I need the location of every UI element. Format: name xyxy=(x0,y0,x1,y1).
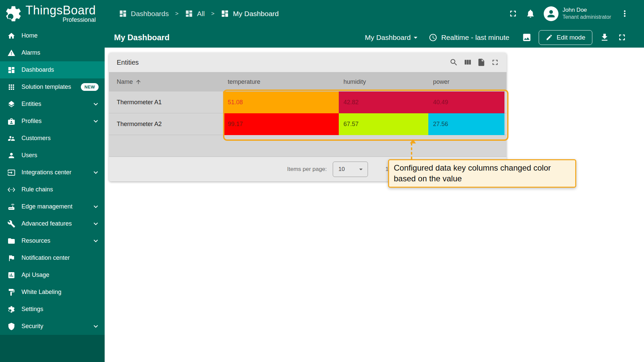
dashboard-icon xyxy=(185,9,193,18)
toolbar-fullscreen-button[interactable] xyxy=(613,29,631,46)
column-label: humidity xyxy=(343,78,366,85)
people-icon xyxy=(7,134,15,142)
badge-icon xyxy=(7,117,15,125)
user-name: John Doe xyxy=(562,6,611,14)
breadcrumb-item-my-dashboard[interactable]: My Dashboard xyxy=(221,9,279,18)
sidebar-item-label: Api Usage xyxy=(21,272,100,279)
sidebar-item-users[interactable]: Users xyxy=(0,147,105,164)
columns-icon xyxy=(463,58,472,67)
column-label: Name xyxy=(117,78,133,85)
column-label: power xyxy=(433,78,449,85)
sidebar-item-profiles[interactable]: Profiles xyxy=(0,113,105,130)
sidebar-item-edge-management[interactable]: Edge management xyxy=(0,198,105,215)
export-dashboard-button[interactable] xyxy=(596,29,613,46)
chevron-down-icon xyxy=(92,117,100,125)
dashboard-select[interactable]: My Dashboard xyxy=(365,33,420,42)
sidebar-item-white-labeling[interactable]: White Labeling xyxy=(0,284,105,301)
person-icon xyxy=(7,152,15,160)
row-filler xyxy=(504,92,506,113)
widget-title: Entities xyxy=(117,59,139,66)
column-header-temperature[interactable]: temperature xyxy=(223,72,339,92)
sidebar-item-security[interactable]: Security xyxy=(0,318,105,335)
thingsboard-logo[interactable]: ThingsBoard Professional xyxy=(0,4,105,23)
breadcrumb-label: Dashboards xyxy=(131,10,169,18)
home-icon xyxy=(7,32,15,40)
table-row[interactable]: Thermometer A299.1767.5727.56 xyxy=(109,113,506,135)
topbar-actions: John Doe Tenant administrator xyxy=(504,5,644,22)
columns-button[interactable] xyxy=(462,57,473,68)
warning-icon xyxy=(7,49,15,57)
notifications-button[interactable] xyxy=(522,5,539,22)
fullscreen-icon xyxy=(491,58,499,67)
logo-title: ThingsBoard xyxy=(25,4,96,17)
chevron-down-icon xyxy=(92,202,100,211)
search-button[interactable] xyxy=(448,57,459,68)
table-cell[interactable]: 42.82 xyxy=(339,92,428,113)
sidebar-item-advanced-features[interactable]: Advanced features xyxy=(0,215,105,232)
sidebar-item-label: Resources xyxy=(21,237,86,244)
clock-icon xyxy=(429,33,437,42)
sidebar-item-solution-templates[interactable]: Solution templatesNEW xyxy=(0,78,105,96)
sidebar-item-label: Edge management xyxy=(21,203,86,210)
table-cell[interactable]: 40.49 xyxy=(428,92,504,113)
sidebar-item-label: Settings xyxy=(21,306,100,313)
breadcrumb: Dashboards>All>My Dashboard xyxy=(119,9,279,18)
sidebar-item-label: Security xyxy=(21,323,86,330)
download-icon xyxy=(600,33,609,42)
widget-fullscreen-button[interactable] xyxy=(490,57,500,68)
sidebar-item-alarms[interactable]: Alarms xyxy=(0,44,105,61)
page-size-value: 10 xyxy=(338,166,345,173)
dashboard-toolbar: My Dashboard My Dashboard Realtime - las… xyxy=(105,27,644,48)
fullscreen-button[interactable] xyxy=(504,5,522,22)
sidebar-item-integrations-center[interactable]: Integrations center xyxy=(0,164,105,181)
column-header-humidity[interactable]: humidity xyxy=(339,72,428,92)
sidebar: HomeAlarmsDashboardsSolution templatesNE… xyxy=(0,27,105,362)
breadcrumb-item-all[interactable]: All xyxy=(185,9,205,18)
build-icon xyxy=(7,220,15,228)
sidebar-item-notification-center[interactable]: Notification center xyxy=(0,249,105,266)
edit-mode-button[interactable]: Edit mode xyxy=(539,30,592,45)
shield-icon xyxy=(7,322,15,330)
table-cell[interactable]: 27.56 xyxy=(428,113,504,135)
flag-icon xyxy=(7,254,15,262)
more-menu-button[interactable] xyxy=(616,5,633,22)
sidebar-item-label: Users xyxy=(21,152,100,159)
avatar[interactable] xyxy=(544,6,558,21)
table-cell[interactable]: 67.57 xyxy=(339,113,428,135)
more-vert-icon xyxy=(620,9,630,18)
sidebar-item-resources[interactable]: Resources xyxy=(0,232,105,249)
table-cell[interactable]: 99.17 xyxy=(223,113,339,135)
page-size-select[interactable]: 10 xyxy=(333,162,368,177)
user-info[interactable]: John Doe Tenant administrator xyxy=(562,6,611,21)
table-row[interactable]: Thermometer A151.0842.8240.49 xyxy=(109,92,506,113)
sidebar-item-label: Alarms xyxy=(21,49,100,56)
sidebar-item-rule-chains[interactable]: Rule chains xyxy=(0,181,105,198)
breadcrumb-item-dashboards[interactable]: Dashboards xyxy=(119,9,169,18)
file-export-icon xyxy=(477,58,486,67)
row-filler xyxy=(504,113,506,135)
breadcrumb-label: My Dashboard xyxy=(233,10,279,18)
new-badge: NEW xyxy=(81,83,99,91)
column-header-name[interactable]: Name xyxy=(109,72,223,92)
sidebar-item-api-usage[interactable]: Api Usage xyxy=(0,266,105,284)
logo-gear-icon xyxy=(4,4,23,23)
table-cell[interactable]: 51.08 xyxy=(223,92,339,113)
chevron-down-icon xyxy=(92,100,100,108)
sidebar-item-customers[interactable]: Customers xyxy=(0,130,105,147)
sidebar-item-settings[interactable]: Settings xyxy=(0,301,105,318)
timewindow-button[interactable]: Realtime - last minute xyxy=(429,33,509,42)
empty-row xyxy=(109,135,506,157)
sidebar-item-entities[interactable]: Entities xyxy=(0,96,105,113)
logo-text: ThingsBoard Professional xyxy=(25,4,96,23)
topbar: ThingsBoard Professional Dashboards>All>… xyxy=(0,0,644,27)
column-header-power[interactable]: power xyxy=(428,72,504,92)
sidebar-item-home[interactable]: Home xyxy=(0,27,105,44)
sidebar-menu: HomeAlarmsDashboardsSolution templatesNE… xyxy=(0,27,105,335)
person-icon xyxy=(546,8,556,19)
sidebar-item-dashboards[interactable]: Dashboards xyxy=(0,61,105,78)
caret-down-icon xyxy=(411,33,420,42)
export-csv-button[interactable] xyxy=(476,57,487,68)
dashboard-image-button[interactable] xyxy=(518,29,535,46)
sidebar-item-label: Profiles xyxy=(21,118,86,125)
paint-icon xyxy=(7,288,15,296)
